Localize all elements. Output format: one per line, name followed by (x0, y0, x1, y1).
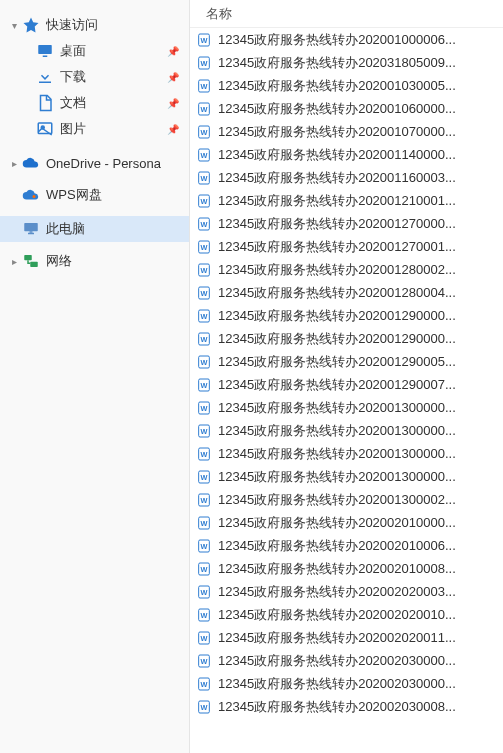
file-row[interactable]: W12345政府服务热线转办202001030005... (190, 74, 503, 97)
file-name: 12345政府服务热线转办202001290005... (218, 353, 456, 371)
svg-rect-1 (43, 56, 48, 58)
svg-text:W: W (201, 473, 208, 482)
svg-text:W: W (201, 197, 208, 206)
svg-rect-6 (28, 233, 34, 235)
file-row[interactable]: W12345政府服务热线转办202001300000... (190, 396, 503, 419)
file-name: 12345政府服务热线转办202001030005... (218, 77, 456, 95)
file-row[interactable]: W12345政府服务热线转办202001070000... (190, 120, 503, 143)
nav-pictures[interactable]: 图片 📌 (0, 116, 189, 142)
file-name: 12345政府服务热线转办202002010006... (218, 537, 456, 555)
word-doc-icon: W (196, 124, 212, 140)
file-row[interactable]: W12345政府服务热线转办202002020011... (190, 626, 503, 649)
file-name: 12345政府服务热线转办202001290000... (218, 330, 456, 348)
file-row[interactable]: W12345政府服务热线转办202001280002... (190, 258, 503, 281)
word-doc-icon: W (196, 55, 212, 71)
file-list[interactable]: W12345政府服务热线转办202001000006...W12345政府服务热… (190, 28, 503, 753)
file-name: 12345政府服务热线转办202001300000... (218, 422, 456, 440)
nav-documents[interactable]: 文档 📌 (0, 90, 189, 116)
nav-onedrive[interactable]: ▸ OneDrive - Persona (0, 150, 189, 176)
word-doc-icon: W (196, 446, 212, 462)
file-row[interactable]: W12345政府服务热线转办202002010008... (190, 557, 503, 580)
chevron-down-icon: ▾ (8, 20, 20, 31)
svg-text:W: W (201, 82, 208, 91)
file-name: 12345政府服务热线转办202001270000... (218, 215, 456, 233)
file-name: 12345政府服务热线转办202001160003... (218, 169, 456, 187)
file-row[interactable]: W12345政府服务热线转办202002020010... (190, 603, 503, 626)
file-row[interactable]: W12345政府服务热线转办202001210001... (190, 189, 503, 212)
file-row[interactable]: W12345政府服务热线转办202001290000... (190, 327, 503, 350)
file-row[interactable]: W12345政府服务热线转办202002030000... (190, 649, 503, 672)
word-doc-icon: W (196, 354, 212, 370)
pin-icon: 📌 (167, 124, 179, 135)
column-header-name[interactable]: 名称 (190, 0, 503, 28)
file-row[interactable]: W12345政府服务热线转办202001290007... (190, 373, 503, 396)
nav-quick-access[interactable]: ▾ 快速访问 (0, 12, 189, 38)
svg-point-4 (33, 195, 36, 198)
file-name: 12345政府服务热线转办202002010000... (218, 514, 456, 532)
file-row[interactable]: W12345政府服务热线转办202001270001... (190, 235, 503, 258)
file-name: 12345政府服务热线转办202001210001... (218, 192, 456, 210)
svg-text:W: W (201, 105, 208, 114)
word-doc-icon: W (196, 630, 212, 646)
svg-text:W: W (201, 174, 208, 183)
svg-text:W: W (201, 36, 208, 45)
file-row[interactable]: W12345政府服务热线转办202002020003... (190, 580, 503, 603)
file-name: 12345政府服务热线转办202002030000... (218, 652, 456, 670)
file-row[interactable]: W12345政府服务热线转办202001160003... (190, 166, 503, 189)
file-name: 12345政府服务热线转办202031805009... (218, 54, 456, 72)
file-name: 12345政府服务热线转办202001300002... (218, 491, 456, 509)
nav-downloads[interactable]: 下载 📌 (0, 64, 189, 90)
file-name: 12345政府服务热线转办202001070000... (218, 123, 456, 141)
svg-text:W: W (201, 611, 208, 620)
file-row[interactable]: W12345政府服务热线转办202002010006... (190, 534, 503, 557)
file-row[interactable]: W12345政府服务热线转办202001300000... (190, 442, 503, 465)
file-row[interactable]: W12345政府服务热线转办202002010000... (190, 511, 503, 534)
chevron-right-icon: ▸ (8, 158, 20, 169)
file-row[interactable]: W12345政府服务热线转办202001300000... (190, 465, 503, 488)
file-name: 12345政府服务热线转办202001300000... (218, 445, 456, 463)
word-doc-icon: W (196, 515, 212, 531)
file-name: 12345政府服务热线转办202001270001... (218, 238, 456, 256)
file-row[interactable]: W12345政府服务热线转办202001060000... (190, 97, 503, 120)
svg-text:W: W (201, 703, 208, 712)
nav-label: WPS网盘 (46, 186, 189, 204)
file-row[interactable]: W12345政府服务热线转办202001280004... (190, 281, 503, 304)
word-doc-icon: W (196, 423, 212, 439)
nav-this-pc[interactable]: 此电脑 (0, 216, 189, 242)
file-row[interactable]: W12345政府服务热线转办202002030008... (190, 695, 503, 718)
svg-text:W: W (201, 657, 208, 666)
file-row[interactable]: W12345政府服务热线转办202002030000... (190, 672, 503, 695)
word-doc-icon: W (196, 492, 212, 508)
pin-icon: 📌 (167, 98, 179, 109)
svg-rect-0 (38, 45, 52, 54)
file-row[interactable]: W12345政府服务热线转办202001290000... (190, 304, 503, 327)
word-doc-icon: W (196, 170, 212, 186)
svg-text:W: W (201, 335, 208, 344)
file-row[interactable]: W12345政府服务热线转办202001300002... (190, 488, 503, 511)
nav-wps[interactable]: WPS网盘 (0, 182, 189, 208)
file-row[interactable]: W12345政府服务热线转办202031805009... (190, 51, 503, 74)
file-row[interactable]: W12345政府服务热线转办202001270000... (190, 212, 503, 235)
file-name: 12345政府服务热线转办202002030008... (218, 698, 456, 716)
svg-text:W: W (201, 289, 208, 298)
word-doc-icon: W (196, 469, 212, 485)
svg-text:W: W (201, 358, 208, 367)
svg-text:W: W (201, 634, 208, 643)
nav-network[interactable]: ▸ 网络 (0, 248, 189, 274)
word-doc-icon: W (196, 216, 212, 232)
pin-icon: 📌 (167, 72, 179, 83)
svg-text:W: W (201, 404, 208, 413)
file-row[interactable]: W12345政府服务热线转办202001000006... (190, 28, 503, 51)
file-name: 12345政府服务热线转办202001000006... (218, 31, 456, 49)
word-doc-icon: W (196, 193, 212, 209)
word-doc-icon: W (196, 262, 212, 278)
nav-desktop[interactable]: 桌面 📌 (0, 38, 189, 64)
file-name: 12345政府服务热线转办202002020010... (218, 606, 456, 624)
file-row[interactable]: W12345政府服务热线转办202001290005... (190, 350, 503, 373)
file-row[interactable]: W12345政府服务热线转办202001140000... (190, 143, 503, 166)
word-doc-icon: W (196, 561, 212, 577)
file-name: 12345政府服务热线转办202001280004... (218, 284, 456, 302)
svg-text:W: W (201, 542, 208, 551)
file-row[interactable]: W12345政府服务热线转办202001300000... (190, 419, 503, 442)
svg-rect-5 (24, 223, 38, 231)
